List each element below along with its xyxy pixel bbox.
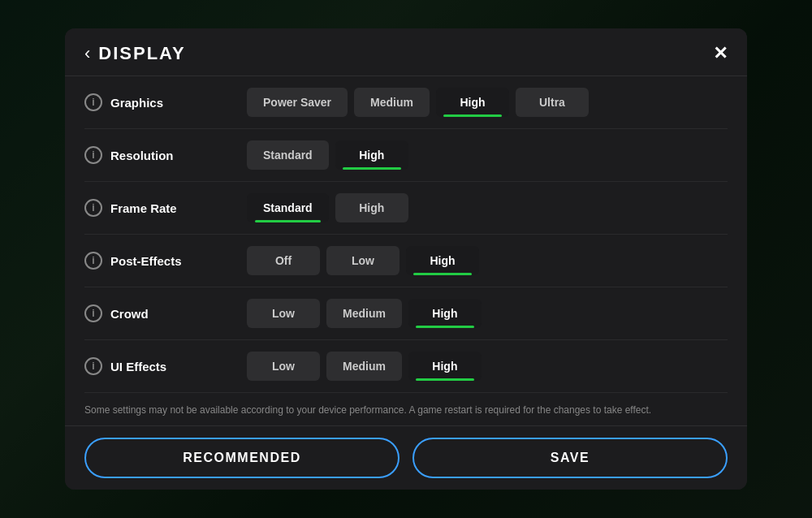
setting-label-resolution: Resolution <box>110 149 174 162</box>
save-button[interactable]: SAVE <box>412 438 728 478</box>
option-btn-ui-effects-medium[interactable]: Medium <box>326 352 402 381</box>
option-btn-graphics-high[interactable]: High <box>436 88 509 117</box>
options-group-frame-rate: StandardHigh <box>247 193 728 222</box>
setting-row-resolution: iResolutionStandardHigh <box>84 129 728 182</box>
option-btn-ui-effects-high[interactable]: High <box>408 352 482 381</box>
option-btn-ui-effects-low[interactable]: Low <box>247 352 320 381</box>
setting-row-ui-effects: iUI EffectsLowMediumHigh <box>84 340 728 393</box>
info-icon-graphics[interactable]: i <box>84 93 102 111</box>
options-group-crowd: LowMediumHigh <box>247 299 728 328</box>
setting-info-post-effects: iPost-Effects <box>84 252 247 270</box>
close-button[interactable]: ✕ <box>713 43 728 64</box>
recommended-button[interactable]: RECOMMENDED <box>84 438 400 478</box>
setting-row-graphics: iGraphicsPower SaverMediumHighUltra <box>84 76 728 129</box>
setting-info-ui-effects: iUI Effects <box>84 357 247 375</box>
options-group-post-effects: OffLowHigh <box>247 246 728 275</box>
options-group-graphics: Power SaverMediumHighUltra <box>247 88 728 117</box>
option-btn-post-effects-high[interactable]: High <box>406 246 479 275</box>
setting-row-post-effects: iPost-EffectsOffLowHigh <box>84 235 728 287</box>
notice-text: Some settings may not be available accor… <box>84 393 728 425</box>
options-group-ui-effects: LowMediumHigh <box>247 352 728 381</box>
display-modal: ‹ DISPLAY ✕ iGraphicsPower SaverMediumHi… <box>65 28 747 490</box>
info-icon-crowd[interactable]: i <box>84 304 102 322</box>
option-btn-graphics-medium[interactable]: Medium <box>354 88 430 117</box>
setting-row-frame-rate: iFrame RateStandardHigh <box>84 182 728 235</box>
option-btn-post-effects-low[interactable]: Low <box>326 246 400 275</box>
setting-row-crowd: iCrowdLowMediumHigh <box>84 287 728 340</box>
option-btn-frame-rate-high[interactable]: High <box>335 193 408 222</box>
modal-body: iGraphicsPower SaverMediumHighUltraiReso… <box>65 76 747 425</box>
setting-info-graphics: iGraphics <box>84 93 247 111</box>
options-group-resolution: StandardHigh <box>247 140 728 170</box>
option-btn-frame-rate-standard[interactable]: Standard <box>247 193 329 222</box>
option-btn-crowd-high[interactable]: High <box>408 299 482 328</box>
info-icon-post-effects[interactable]: i <box>84 252 102 270</box>
back-button[interactable]: ‹ <box>84 43 90 64</box>
option-btn-crowd-medium[interactable]: Medium <box>326 299 402 328</box>
info-icon-resolution[interactable]: i <box>84 146 102 164</box>
setting-label-frame-rate: Frame Rate <box>110 201 177 215</box>
setting-label-post-effects: Post-Effects <box>110 254 182 268</box>
option-btn-graphics-ultra[interactable]: Ultra <box>516 88 589 117</box>
setting-label-graphics: Graphics <box>110 96 163 110</box>
option-btn-graphics-power-saver[interactable]: Power Saver <box>247 88 348 117</box>
setting-label-crowd: Crowd <box>110 307 149 321</box>
modal-footer: RECOMMENDED SAVE <box>65 425 747 490</box>
modal-header: ‹ DISPLAY ✕ <box>65 28 747 76</box>
setting-info-frame-rate: iFrame Rate <box>84 199 247 217</box>
info-icon-ui-effects[interactable]: i <box>84 357 102 375</box>
option-btn-post-effects-off[interactable]: Off <box>247 246 320 275</box>
info-icon-frame-rate[interactable]: i <box>84 199 102 217</box>
setting-label-ui-effects: UI Effects <box>110 360 166 373</box>
setting-info-crowd: iCrowd <box>84 304 247 322</box>
option-btn-resolution-high[interactable]: High <box>335 140 408 170</box>
modal-title: DISPLAY <box>98 43 713 64</box>
option-btn-crowd-low[interactable]: Low <box>247 299 320 328</box>
setting-info-resolution: iResolution <box>84 146 247 164</box>
option-btn-resolution-standard[interactable]: Standard <box>247 140 329 170</box>
